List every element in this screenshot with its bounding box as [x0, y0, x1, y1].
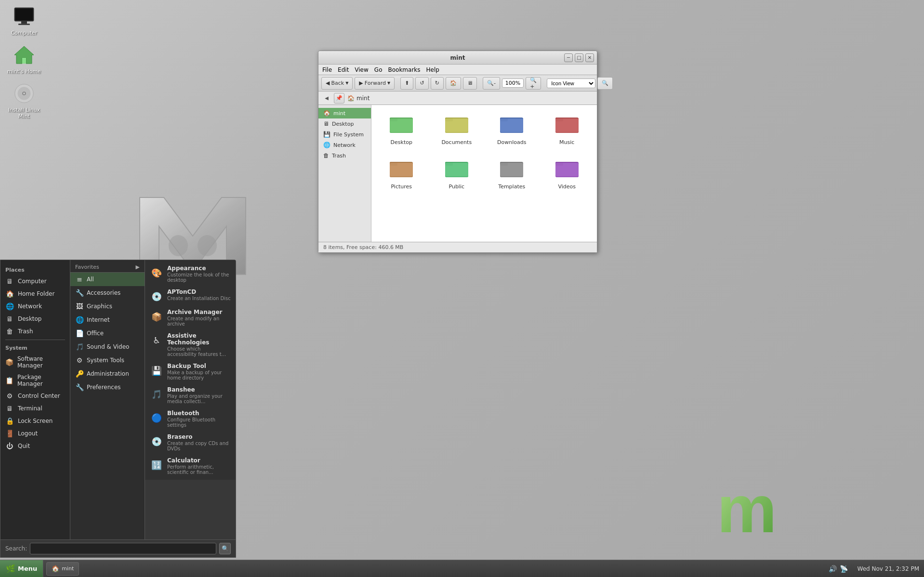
app-assistive[interactable]: ♿ Assistive Technologies Choose which ac… — [145, 329, 236, 360]
menu-system-terminal[interactable]: 🖥 Terminal — [0, 402, 70, 415]
sidebar-item-desktop[interactable]: 🖥 Desktop — [318, 118, 371, 129]
zoom-in-button[interactable]: 🔍+ — [526, 77, 541, 90]
location-bookmark-button[interactable]: 📌 — [334, 93, 344, 104]
calculator-text: Calculator Perform arithmetic, scientifi… — [167, 457, 231, 475]
fm-menu-view[interactable]: View — [355, 66, 368, 73]
taskbar-menu-button[interactable]: 🌿 Menu — [0, 560, 43, 577]
menu-system-control[interactable]: ⚙ Control Center — [0, 390, 70, 402]
backup-text: Backup Tool Make a backup of your home d… — [167, 363, 231, 380]
app-appearance[interactable]: 🎨 Appearance Customize the look of the d… — [145, 262, 236, 286]
view-select[interactable]: Icon View List View Compact View — [547, 79, 595, 88]
fm-body: 🏠 mint 🖥 Desktop 💾 File System 🌐 Network… — [318, 105, 597, 242]
file-item-downloads[interactable]: Downloads — [487, 110, 537, 149]
file-item-videos[interactable]: Videos — [542, 154, 593, 194]
location-home-icon: 🏠 — [347, 95, 355, 102]
file-item-pictures[interactable]: Pictures — [376, 154, 427, 194]
menu-cat-internet[interactable]: 🌐 Internet — [70, 313, 145, 327]
app-banshee[interactable]: 🎵 Banshee Play and organize your media c… — [145, 383, 236, 407]
menu-cat-office[interactable]: 📄 Office — [70, 327, 145, 340]
close-button[interactable]: ✕ — [585, 53, 594, 62]
menu-cat-preferences[interactable]: 🔧 Preferences — [70, 380, 145, 394]
taskbar-window-button[interactable]: 🏠 mint — [46, 562, 79, 576]
svg-rect-1 — [15, 9, 33, 20]
menu-cat-all[interactable]: ≡ All — [70, 273, 145, 286]
aptoncd-text: APTonCD Create an Installation Disc — [167, 288, 231, 301]
refresh-button[interactable]: ↻ — [431, 77, 444, 90]
sidebar-item-network[interactable]: 🌐 Network — [318, 140, 371, 150]
reload-button[interactable]: ↺ — [415, 77, 428, 90]
menu-system-lock[interactable]: 🔒 Lock Screen — [0, 415, 70, 427]
trash-menu-icon: 🗑 — [5, 328, 14, 335]
search-button[interactable]: 🔍 — [219, 543, 231, 554]
maximize-button[interactable]: □ — [575, 53, 583, 62]
sidebar-item-filesystem[interactable]: 💾 File System — [318, 129, 371, 140]
sidebar-item-trash[interactable]: 🗑 Trash — [318, 150, 371, 161]
file-item-music[interactable]: Music — [542, 110, 593, 149]
forward-button[interactable]: ▶ Forward ▼ — [355, 77, 395, 90]
volume-tray-icon[interactable]: 🔊 — [829, 565, 837, 573]
app-bluetooth[interactable]: 🔵 Bluetooth Configure Bluetooth settings — [145, 407, 236, 431]
app-calculator[interactable]: 🔢 Calculator Perform arithmetic, scienti… — [145, 454, 236, 478]
network-tray-icon[interactable]: 📡 — [840, 565, 848, 573]
app-backup[interactable]: 💾 Backup Tool Make a backup of your home… — [145, 360, 236, 383]
app-archive-manager[interactable]: 📦 Archive Manager Create and modify an a… — [145, 306, 236, 329]
menu-system-package[interactable]: 📋 Package Manager — [0, 371, 70, 390]
file-item-documents[interactable]: Documents — [432, 110, 482, 149]
sidebar-item-mint[interactable]: 🏠 mint — [318, 108, 371, 118]
desktop-icon-computer[interactable]: Computer — [5, 5, 43, 36]
search-toggle-button[interactable]: 🔍 — [597, 77, 613, 90]
desktop-icon-home[interactable]: mint's Home — [5, 43, 43, 75]
desktop-icon-install[interactable]: Install Linux Mint — [5, 82, 43, 119]
menu-places-computer[interactable]: 🖥 Computer — [0, 275, 70, 288]
system-control-label: Control Center — [18, 393, 60, 399]
file-item-templates[interactable]: Templates — [487, 154, 537, 194]
menu-cat-accessories[interactable]: 🔧 Accessories — [70, 286, 145, 300]
menu-label: Menu — [18, 565, 37, 572]
forward-dropdown-icon: ▼ — [387, 81, 390, 85]
menu-places-home[interactable]: 🏠 Home Folder — [0, 288, 70, 300]
brasero-desc: Create and copy CDs and DVDs — [167, 441, 231, 451]
archive-desc: Create and modify an archive — [167, 316, 231, 327]
fm-menu-file[interactable]: File — [322, 66, 332, 73]
file-item-desktop[interactable]: Desktop — [376, 110, 427, 149]
search-input[interactable] — [30, 543, 216, 554]
menu-left-divider — [5, 340, 65, 340]
menu-system-quit[interactable]: ⏻ Quit — [0, 440, 70, 452]
location-toggle[interactable]: ◀ — [322, 94, 331, 103]
app-aptoncd[interactable]: 💿 APTonCD Create an Installation Disc — [145, 286, 236, 306]
menu-right-scroll-wrapper[interactable]: 🎨 Appearance Customize the look of the d… — [145, 260, 236, 539]
menu-cat-sound-video[interactable]: 🎵 Sound & Video — [70, 340, 145, 354]
back-button[interactable]: ◀ Back ▼ — [321, 77, 353, 90]
fm-menu-edit[interactable]: Edit — [338, 66, 349, 73]
menu-places-network[interactable]: 🌐 Network — [0, 300, 70, 313]
computer-nav-button[interactable]: 🖥 — [463, 77, 477, 90]
menu-system-software[interactable]: 📦 Software Manager — [0, 353, 70, 371]
menu-cat-system[interactable]: ⚙ System Tools — [70, 354, 145, 367]
brasero-text: Brasero Create and copy CDs and DVDs — [167, 433, 231, 451]
app-brasero[interactable]: 💿 Brasero Create and copy CDs and DVDs — [145, 431, 236, 454]
appearance-desc: Customize the look of the desktop — [167, 272, 231, 283]
menu-places-desktop[interactable]: 🖥 Desktop — [0, 313, 70, 325]
fm-title: mint — [322, 54, 593, 61]
svg-point-10 — [169, 235, 188, 256]
fm-menu-bookmarks[interactable]: Bookmarks — [388, 66, 420, 73]
assistive-icon: ♿ — [150, 333, 163, 347]
file-item-public[interactable]: Public — [432, 154, 482, 194]
fm-menu-help[interactable]: Help — [426, 66, 439, 73]
taskbar-clock: Wed Nov 21, 2:32 PM — [853, 565, 924, 572]
zoom-display: 100% — [502, 79, 524, 88]
svg-rect-24 — [500, 118, 523, 132]
menu-cat-admin[interactable]: 🔑 Administration — [70, 367, 145, 380]
zoom-out-button[interactable]: 🔍- — [483, 77, 500, 90]
up-button[interactable]: ⬆ — [400, 77, 413, 90]
minimize-button[interactable]: ─ — [564, 53, 573, 62]
videos-folder-icon — [555, 158, 579, 182]
menu-places-trash[interactable]: 🗑 Trash — [0, 325, 70, 338]
places-computer-label: Computer — [18, 278, 47, 285]
mint-3d-logo: m — [707, 455, 828, 553]
menu-system-logout[interactable]: 🚪 Logout — [0, 427, 70, 440]
banshee-desc: Play and organize your media collecti... — [167, 393, 231, 404]
menu-cat-graphics[interactable]: 🖼 Graphics — [70, 300, 145, 313]
home-nav-button[interactable]: 🏠 — [446, 77, 461, 90]
fm-menu-go[interactable]: Go — [374, 66, 383, 73]
